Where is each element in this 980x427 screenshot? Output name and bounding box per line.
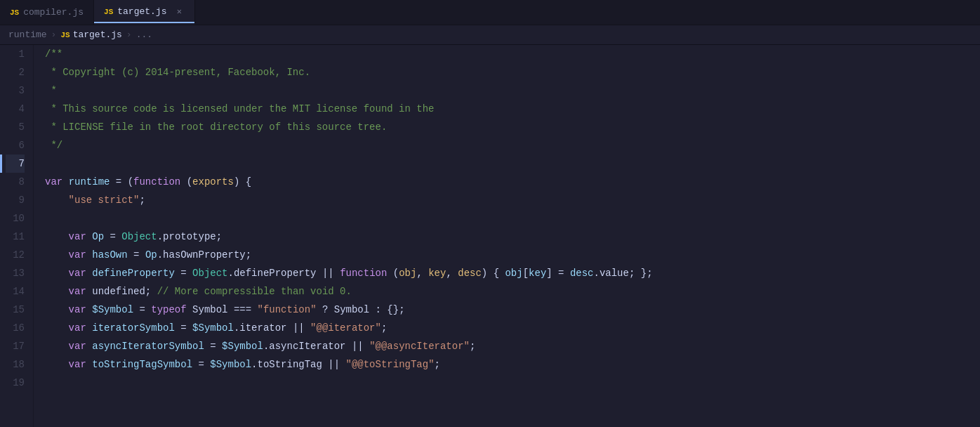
code-line-12: var hasOwn = Op.hasOwnProperty; [45,246,980,264]
code-line-16: var iteratorSymbol = $Symbol.iterator ||… [45,319,980,337]
line-num-9: 9 [6,191,25,209]
line-num-10: 10 [6,209,25,228]
code-line-15: var $Symbol = typeof Symbol === "functio… [45,301,980,319]
tab-target[interactable]: JS target.js ✕ [94,0,195,25]
tab-compiler-label: compiler.js [23,7,84,18]
code-line-14: var undefined; // More compressible than… [45,282,980,301]
code-line-11: var Op = Object.prototype; [45,228,980,246]
line-num-13: 13 [6,264,25,282]
js-breadcrumb-icon: JS [60,31,69,39]
tab-close-button[interactable]: ✕ [173,6,185,18]
line-num-7: 7 [6,155,25,173]
code-line-3: * [45,81,980,100]
line-num-12: 12 [6,246,25,264]
breadcrumb-sep-1: › [51,29,57,40]
js-icon-2: JS [104,8,113,16]
line-numbers: 1 2 3 4 5 6 7 8 9 10 11 12 13 14 15 16 1… [0,45,34,427]
code-line-19 [45,374,980,392]
code-line-18: var toStringTagSymbol = $Symbol.toString… [45,355,980,374]
line-num-1: 1 [6,45,25,63]
code-line-6: */ [45,136,980,155]
code-line-2: * Copyright (c) 2014-present, Facebook, … [45,63,980,81]
line-num-4: 4 [6,100,25,118]
code-line-1: /** [45,45,980,63]
line-num-6: 6 [6,136,25,155]
line-num-14: 14 [6,282,25,301]
line-num-19: 19 [6,374,25,392]
line-num-16: 16 [6,319,25,337]
breadcrumb-dots: ... [136,29,152,40]
tab-target-label: target.js [117,6,166,17]
code-line-13: var defineProperty = Object.defineProper… [45,264,980,282]
code-line-5: * LICENSE file in the root directory of … [45,118,980,136]
code-line-9: "use strict"; [45,191,980,209]
line-num-18: 18 [6,355,25,374]
line-num-11: 11 [6,228,25,246]
code-line-8: var runtime = (function (exports) { [45,173,980,191]
breadcrumb: runtime › JS target.js › ... [0,25,980,45]
code-line-7 [45,155,980,173]
line-num-8: 8 [6,173,25,191]
breadcrumb-runtime: runtime [8,29,47,40]
line-num-5: 5 [6,118,25,136]
code-line-4: * This source code is licensed under the… [45,100,980,118]
breadcrumb-sep-2: › [126,29,132,40]
breadcrumb-target: target.js [73,29,122,40]
line-num-15: 15 [6,301,25,319]
line-num-17: 17 [6,337,25,355]
code-line-17: var asyncIteratorSymbol = $Symbol.asyncI… [45,337,980,355]
tab-bar: JS compiler.js JS target.js ✕ [0,0,980,25]
line-num-2: 2 [6,63,25,81]
code-line-10 [45,209,980,228]
tab-compiler[interactable]: JS compiler.js [0,0,94,25]
code-area: 1 2 3 4 5 6 7 8 9 10 11 12 13 14 15 16 1… [0,45,980,427]
code-content[interactable]: /** * Copyright (c) 2014-present, Facebo… [34,45,980,427]
js-icon: JS [10,8,19,17]
line-num-3: 3 [6,81,25,100]
